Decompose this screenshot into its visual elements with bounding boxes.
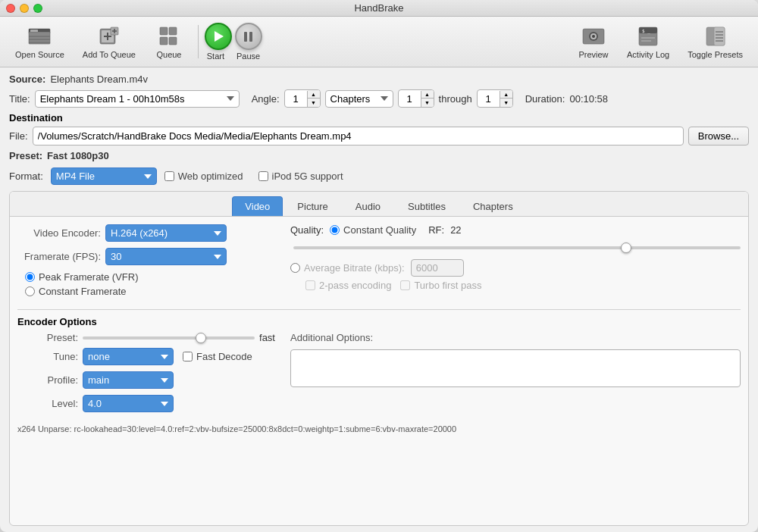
angle-down[interactable]: ▼ [308,99,320,107]
chapters-through-up[interactable]: ▲ [500,90,512,99]
tabs-bar: Video Picture Audio Subtitles Chapters [10,192,748,217]
toggle-presets-button[interactable]: Toggle Presets [680,21,750,62]
maximize-button[interactable] [33,4,42,13]
enc-preset-label: Preset: [17,332,78,343]
tabs-panel: Video Picture Audio Subtitles Chapters V… [9,191,749,526]
file-input[interactable] [33,127,684,146]
chapters-through-down[interactable]: ▼ [500,99,512,107]
tab-audio[interactable]: Audio [343,196,393,216]
turbo-label[interactable]: Turbo first pass [400,280,481,291]
queue-icon [157,24,181,49]
level-row: Level: 4.0 [17,395,275,412]
profile-label: Profile: [17,374,78,386]
level-label: Level: [17,398,78,409]
two-pass-label[interactable]: 2-pass encoding [305,280,391,291]
chapters-type-select[interactable]: Chapters [325,90,393,108]
encoder-select[interactable]: H.264 (x264) [105,224,227,242]
tune-row: Tune: none Fast Decode [17,348,275,365]
preview-button[interactable]: Preview [571,21,616,62]
peak-framerate-radio[interactable] [25,272,35,282]
constant-framerate-label[interactable]: Constant Framerate [25,286,275,297]
average-bitrate-radio[interactable] [290,263,300,273]
fast-decode-checkbox[interactable] [183,352,193,361]
svg-rect-15 [160,37,168,45]
tab-subtitles[interactable]: Subtitles [395,196,459,216]
preset-slider[interactable] [83,336,255,340]
chapters-from-stepper[interactable]: 1 ▲ ▼ [398,89,434,108]
tab-video[interactable]: Video [232,196,283,216]
quality-row: Quality: Constant Quality RF: 22 [290,224,741,236]
web-optimized-label[interactable]: Web optimized [164,171,243,182]
file-label: File: [9,130,28,142]
preview-label: Preview [578,50,608,59]
profile-select[interactable]: main [83,371,174,389]
bitrate-input[interactable] [411,259,464,277]
quality-slider[interactable] [293,246,741,249]
svg-rect-16 [169,37,177,45]
activity-log-icon: $ _ [636,24,660,49]
chapters-from-down[interactable]: ▼ [421,99,434,107]
encoder-row: Video Encoder: H.264 (x264) [17,224,275,242]
constant-quality-radio[interactable] [330,225,340,235]
unparse-text: x264 Unparse: rc-lookahead=30:level=4.0:… [17,424,456,433]
window-controls[interactable] [6,4,42,13]
ipod-5g-checkbox[interactable] [258,171,268,181]
toggle-presets-label: Toggle Presets [688,50,743,59]
level-select[interactable]: 4.0 [83,395,174,412]
svg-text:$ _: $ _ [642,28,650,34]
activity-log-button[interactable]: $ _ Activity Log [619,21,677,62]
encoder-label: Video Encoder: [17,227,101,239]
duration-label: Duration: [525,93,565,105]
source-row: Source: Elephants Dream.m4v [9,74,749,85]
start-button[interactable] [205,23,232,50]
browse-button[interactable]: Browse... [688,127,749,146]
chapters-from-value: 1 [399,91,421,107]
framerate-label: Framerate (FPS): [17,251,101,262]
fast-decode-label[interactable]: Fast Decode [183,351,252,362]
start-label: Start [207,52,224,61]
angle-label: Angle: [252,93,280,105]
turbo-checkbox[interactable] [400,280,410,290]
open-source-button[interactable]: Open Source [8,21,72,62]
svg-point-20 [592,35,595,38]
add-to-queue-button[interactable]: Add To Queue [75,21,143,62]
chapters-through-stepper[interactable]: 1 ▲ ▼ [477,89,513,108]
peak-framerate-label[interactable]: Peak Framerate (VFR) [25,271,275,283]
chapters-through-value: 1 [478,91,500,107]
duration-value: 00:10:58 [569,93,608,105]
rf-label: RF: [428,224,444,236]
constant-framerate-radio[interactable] [25,286,35,296]
toolbar-right: Preview $ _ Activity Log [571,21,750,62]
svg-rect-5 [30,30,38,32]
bitrate-row: Average Bitrate (kbps): [290,259,741,277]
angle-stepper[interactable]: 1 ▲ ▼ [284,89,321,108]
two-pass-checkbox[interactable] [305,280,315,290]
svg-rect-27 [714,27,725,45]
profile-row: Profile: main [17,371,275,389]
encoder-opts-right: Additional Options: [290,332,741,418]
unparse-row: x264 Unparse: rc-lookahead=30:level=4.0:… [17,423,741,434]
close-button[interactable] [6,4,15,13]
additional-opts-textarea[interactable] [290,349,741,387]
tab-chapters[interactable]: Chapters [460,196,526,216]
ipod-5g-label[interactable]: iPod 5G support [258,171,343,182]
tab-picture[interactable]: Picture [284,196,340,216]
activity-log-label: Activity Log [627,50,669,59]
additional-opts-label: Additional Options: [290,332,373,343]
title-row: Title: Elephants Dream 1 - 00h10m58s Ang… [9,89,749,108]
format-select[interactable]: MP4 File [51,167,157,185]
chapters-from-up[interactable]: ▲ [421,90,434,99]
web-optimized-checkbox[interactable] [164,171,174,181]
tune-select[interactable]: none [83,348,174,365]
minimize-button[interactable] [20,4,29,13]
additional-opts-row: Additional Options: [290,332,741,343]
average-bitrate-label[interactable]: Average Bitrate (kbps): [290,262,405,274]
framerate-select[interactable]: 30 [105,248,227,265]
angle-up[interactable]: ▲ [308,90,320,99]
window-title: HandBrake [354,2,403,14]
toggle-presets-icon [703,24,728,49]
title-select[interactable]: Elephants Dream 1 - 00h10m58s [35,90,240,108]
pause-button[interactable] [235,23,262,50]
queue-button[interactable]: Queue [146,21,192,62]
constant-quality-label[interactable]: Constant Quality [330,224,416,236]
